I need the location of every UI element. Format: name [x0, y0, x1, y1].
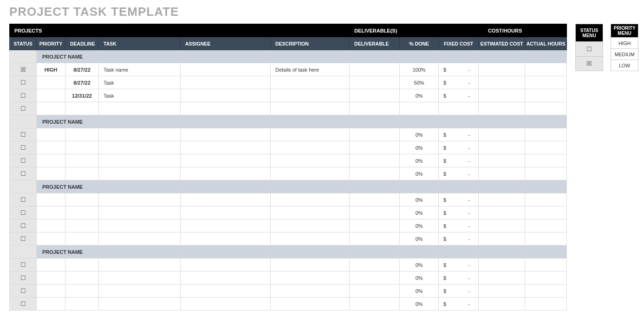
- task-cell[interactable]: [99, 206, 181, 219]
- priority-cell[interactable]: [37, 76, 65, 89]
- priority-menu-item[interactable]: LOW: [611, 60, 638, 71]
- description-cell[interactable]: [271, 89, 350, 102]
- project-name-label[interactable]: PROJECT NAME: [37, 115, 181, 128]
- project-name-label[interactable]: PROJECT NAME: [37, 180, 181, 193]
- status-checkbox[interactable]: ☐: [10, 76, 37, 89]
- status-checkbox[interactable]: ☐: [10, 285, 37, 298]
- deadline-cell[interactable]: [65, 285, 99, 298]
- pct-done-cell[interactable]: 50%: [400, 76, 439, 89]
- description-cell[interactable]: [271, 128, 350, 141]
- assignee-cell[interactable]: [181, 298, 271, 311]
- pct-done-cell[interactable]: 0%: [400, 219, 439, 232]
- task-cell[interactable]: [99, 141, 181, 154]
- priority-cell[interactable]: [37, 298, 65, 311]
- deadline-cell[interactable]: [65, 154, 99, 167]
- actual-hours-cell[interactable]: [525, 232, 567, 245]
- assignee-cell[interactable]: [181, 63, 271, 76]
- status-checkbox[interactable]: ☐: [10, 219, 37, 232]
- priority-cell[interactable]: [37, 89, 65, 102]
- description-cell[interactable]: [271, 219, 350, 232]
- status-checkbox[interactable]: ☐: [10, 232, 37, 245]
- fixed-cost-cell[interactable]: $-: [439, 285, 479, 298]
- assignee-cell[interactable]: [181, 167, 271, 180]
- priority-cell[interactable]: HIGH: [37, 63, 65, 76]
- status-checkbox[interactable]: ☐: [10, 259, 37, 272]
- task-cell[interactable]: [99, 298, 181, 311]
- assignee-cell[interactable]: [181, 128, 271, 141]
- fixed-cost-cell[interactable]: [439, 102, 479, 115]
- priority-cell[interactable]: [37, 259, 65, 272]
- est-cost-cell[interactable]: [479, 63, 525, 76]
- deliverable-cell[interactable]: [350, 298, 400, 311]
- status-checkbox[interactable]: ☐: [10, 141, 37, 154]
- est-cost-cell[interactable]: [479, 285, 525, 298]
- pct-done-cell[interactable]: 0%: [400, 259, 439, 272]
- priority-cell[interactable]: [37, 206, 65, 219]
- task-cell[interactable]: Task: [99, 76, 181, 89]
- status-checkbox[interactable]: ☐: [10, 154, 37, 167]
- priority-cell[interactable]: [37, 285, 65, 298]
- priority-cell[interactable]: [37, 102, 65, 115]
- deadline-cell[interactable]: [65, 141, 99, 154]
- priority-menu-item[interactable]: MEDIUM: [611, 49, 638, 60]
- assignee-cell[interactable]: [181, 206, 271, 219]
- project-name-label[interactable]: PROJECT NAME: [37, 50, 181, 63]
- fixed-cost-cell[interactable]: $-: [439, 154, 479, 167]
- deliverable-cell[interactable]: [350, 272, 400, 285]
- assignee-cell[interactable]: [181, 272, 271, 285]
- status-checkbox[interactable]: ☐: [10, 89, 37, 102]
- deadline-cell[interactable]: [65, 259, 99, 272]
- status-checkbox[interactable]: ☐: [10, 102, 37, 115]
- pct-done-cell[interactable]: [400, 102, 439, 115]
- deliverable-cell[interactable]: [350, 259, 400, 272]
- description-cell[interactable]: [271, 167, 350, 180]
- assignee-cell[interactable]: [181, 219, 271, 232]
- est-cost-cell[interactable]: [479, 167, 525, 180]
- assignee-cell[interactable]: [181, 154, 271, 167]
- est-cost-cell[interactable]: [479, 141, 525, 154]
- pct-done-cell[interactable]: 0%: [400, 89, 439, 102]
- status-checkbox[interactable]: ☒: [10, 63, 37, 76]
- est-cost-cell[interactable]: [479, 193, 525, 206]
- task-cell[interactable]: [99, 219, 181, 232]
- fixed-cost-cell[interactable]: $-: [439, 128, 479, 141]
- task-cell[interactable]: [99, 285, 181, 298]
- fixed-cost-cell[interactable]: $-: [439, 193, 479, 206]
- task-cell[interactable]: [99, 154, 181, 167]
- description-cell[interactable]: [271, 272, 350, 285]
- assignee-cell[interactable]: [181, 89, 271, 102]
- priority-cell[interactable]: [37, 232, 65, 245]
- assignee-cell[interactable]: [181, 285, 271, 298]
- actual-hours-cell[interactable]: [525, 259, 567, 272]
- est-cost-cell[interactable]: [479, 219, 525, 232]
- actual-hours-cell[interactable]: [525, 128, 567, 141]
- task-cell[interactable]: Task: [99, 89, 181, 102]
- actual-hours-cell[interactable]: [525, 193, 567, 206]
- deadline-cell[interactable]: 8/27/22: [65, 76, 99, 89]
- fixed-cost-cell[interactable]: $-: [439, 141, 479, 154]
- pct-done-cell[interactable]: 100%: [400, 63, 439, 76]
- deliverable-cell[interactable]: [350, 141, 400, 154]
- fixed-cost-cell[interactable]: $-: [439, 167, 479, 180]
- assignee-cell[interactable]: [181, 193, 271, 206]
- est-cost-cell[interactable]: [479, 272, 525, 285]
- fixed-cost-cell[interactable]: $-: [439, 89, 479, 102]
- actual-hours-cell[interactable]: [525, 154, 567, 167]
- deliverable-cell[interactable]: [350, 167, 400, 180]
- assignee-cell[interactable]: [181, 141, 271, 154]
- pct-done-cell[interactable]: 0%: [400, 154, 439, 167]
- est-cost-cell[interactable]: [479, 259, 525, 272]
- priority-menu-item[interactable]: HIGH: [611, 38, 638, 49]
- task-cell[interactable]: [99, 259, 181, 272]
- deadline-cell[interactable]: [65, 128, 99, 141]
- deliverable-cell[interactable]: [350, 206, 400, 219]
- deadline-cell[interactable]: 12/31/22: [65, 89, 99, 102]
- description-cell[interactable]: [271, 232, 350, 245]
- project-name-label[interactable]: PROJECT NAME: [37, 245, 181, 259]
- description-cell[interactable]: [271, 259, 350, 272]
- est-cost-cell[interactable]: [479, 89, 525, 102]
- deadline-cell[interactable]: [65, 298, 99, 311]
- assignee-cell[interactable]: [181, 76, 271, 89]
- deadline-cell[interactable]: [65, 219, 99, 232]
- deadline-cell[interactable]: [65, 272, 99, 285]
